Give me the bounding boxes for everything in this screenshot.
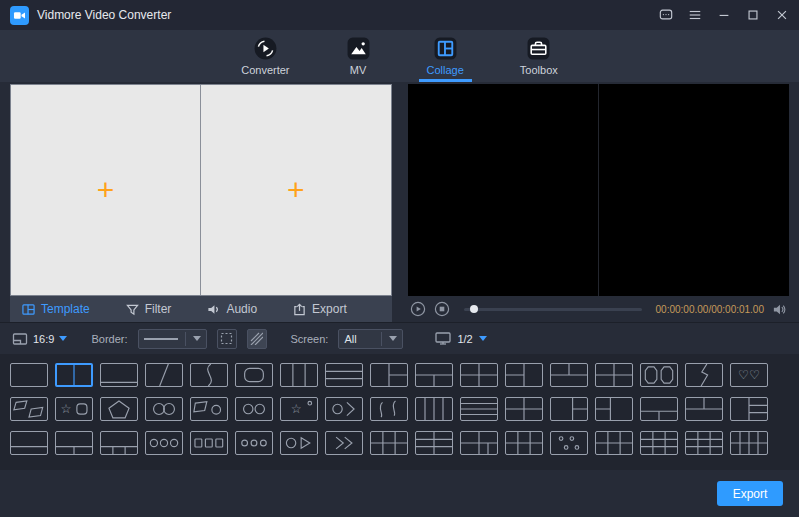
template-zig[interactable] [685, 363, 723, 387]
template-flag2[interactable] [10, 397, 48, 421]
template-gearflag[interactable] [190, 397, 228, 421]
template-t1b2[interactable] [415, 363, 453, 387]
titlebar-controls [659, 8, 789, 22]
converter-icon [253, 36, 278, 61]
template-l1r2[interactable] [370, 363, 408, 387]
template-oo[interactable] [235, 397, 273, 421]
template-bstrip2[interactable] [55, 431, 93, 455]
collage-slot-2[interactable]: + [200, 85, 390, 295]
template-round[interactable] [235, 363, 273, 387]
close-button[interactable] [775, 8, 789, 22]
template-starrect[interactable]: ☆ [55, 397, 93, 421]
border-label: Border: [91, 333, 127, 345]
template-bstrip3[interactable] [100, 431, 138, 455]
border-dashed-button[interactable] [217, 329, 237, 349]
maximize-button[interactable] [746, 8, 760, 22]
template-dots[interactable] [550, 431, 588, 455]
template-circ3[interactable] [145, 431, 183, 455]
tab-toolbox[interactable]: Toolbox [512, 30, 566, 82]
border-hatch-button[interactable] [247, 329, 267, 349]
preview-half-left [408, 84, 598, 296]
template-v3[interactable] [280, 363, 318, 387]
template-grid6v[interactable] [415, 431, 453, 455]
app-logo-icon [10, 6, 29, 25]
tab-collage-label: Collage [427, 64, 464, 76]
template-circ2[interactable] [145, 397, 183, 421]
template-l1r2w[interactable] [550, 397, 588, 421]
play-button[interactable] [410, 301, 426, 317]
tab-converter-label: Converter [241, 64, 289, 76]
footer-bar: Export [0, 470, 799, 517]
border-style-select[interactable] [138, 329, 207, 349]
template-hex2[interactable] [640, 363, 678, 387]
template-l2r1[interactable] [505, 363, 543, 387]
template-icon [22, 303, 35, 316]
template-t1b2w[interactable] [640, 397, 678, 421]
tab-mv-label: MV [350, 64, 367, 76]
collage-slot-1[interactable]: + [11, 85, 200, 295]
template-playpair[interactable] [280, 431, 318, 455]
tab-audio[interactable]: Audio [207, 302, 257, 316]
template-curve[interactable] [190, 363, 228, 387]
template-blank[interactable] [10, 363, 48, 387]
template-l2r1w[interactable] [595, 397, 633, 421]
template-grid4[interactable] [505, 397, 543, 421]
template-t2b1[interactable] [550, 363, 588, 387]
template-bstrip[interactable] [10, 431, 48, 455]
template-sq3[interactable] [190, 431, 228, 455]
template-hearts[interactable]: ♡♡ [730, 363, 768, 387]
template-h3[interactable] [325, 363, 363, 387]
template-t2b1[interactable] [685, 397, 723, 421]
template-grid4[interactable] [460, 363, 498, 387]
tab-export[interactable]: Export [293, 302, 347, 316]
tab-mv[interactable]: MV [338, 30, 379, 82]
template-row: ♡♡ [10, 363, 789, 387]
aspect-caret-icon [59, 336, 67, 341]
template-grid8[interactable] [730, 431, 768, 455]
app-window: Vidmore Video Converter Converter [0, 0, 799, 517]
template-swirl[interactable] [370, 397, 408, 421]
seek-slider[interactable] [464, 308, 642, 311]
stop-button[interactable] [434, 301, 450, 317]
screen-select[interactable]: All [338, 329, 403, 349]
toolbox-icon [526, 36, 551, 61]
template-page-control[interactable]: 1/2 [435, 331, 486, 346]
feedback-icon[interactable] [659, 8, 673, 22]
seek-knob[interactable] [470, 305, 478, 313]
svg-text:☆: ☆ [61, 402, 72, 416]
template-circ3s[interactable] [235, 431, 273, 455]
template-gridmix[interactable] [460, 431, 498, 455]
template-h4[interactable] [460, 397, 498, 421]
export-button[interactable]: Export [717, 481, 783, 506]
template-grid4[interactable] [595, 363, 633, 387]
template-row: ☆☆ [10, 397, 789, 421]
template-h[interactable] [100, 363, 138, 387]
template-v4[interactable] [415, 397, 453, 421]
template-fwd[interactable] [325, 431, 363, 455]
template-grid6[interactable] [505, 431, 543, 455]
audio-icon [207, 303, 220, 316]
svg-text:♡♡: ♡♡ [738, 368, 760, 382]
tab-converter[interactable]: Converter [233, 30, 297, 82]
aspect-ratio-control[interactable]: 16:9 [12, 332, 67, 346]
template-v[interactable] [55, 363, 93, 387]
collage-canvas: + + [10, 84, 392, 296]
menu-icon[interactable] [688, 8, 702, 22]
template-starspark[interactable]: ☆ [280, 397, 318, 421]
template-grid9[interactable] [640, 431, 678, 455]
template-grid6[interactable] [595, 431, 633, 455]
volume-icon[interactable] [772, 302, 787, 317]
feature-tabs: Template Filter Audio Export [10, 296, 392, 322]
tab-template[interactable]: Template [22, 302, 90, 316]
minimize-button[interactable] [717, 8, 731, 22]
template-grid6[interactable] [370, 431, 408, 455]
template-l1r3[interactable] [730, 397, 768, 421]
template-gearbracket[interactable] [325, 397, 363, 421]
template-row [10, 431, 789, 455]
tab-filter[interactable]: Filter [126, 302, 172, 316]
tab-collage[interactable]: Collage [419, 30, 472, 82]
template-grid9[interactable] [685, 431, 723, 455]
template-pent[interactable] [100, 397, 138, 421]
template-diag[interactable] [145, 363, 183, 387]
aspect-icon [12, 332, 28, 346]
